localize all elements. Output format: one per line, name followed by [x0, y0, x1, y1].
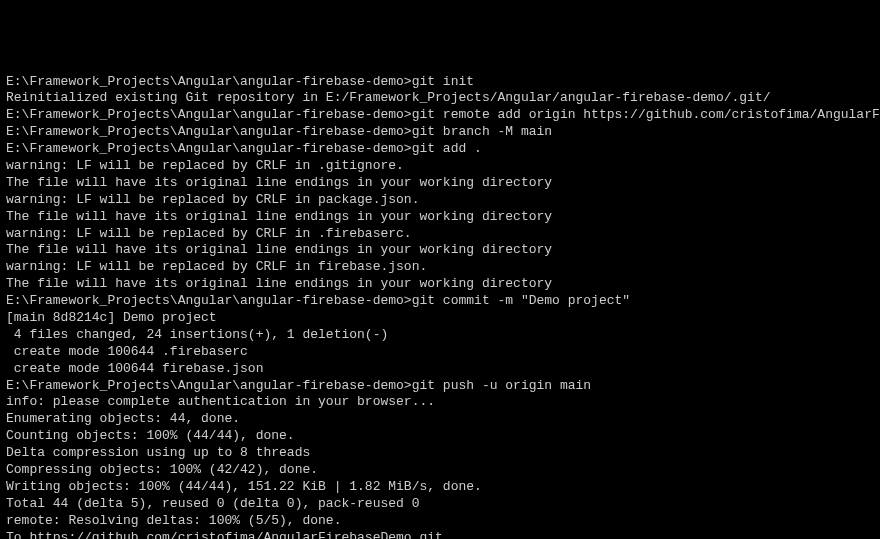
terminal-line: remote: Resolving deltas: 100% (5/5), do…: [6, 513, 874, 530]
terminal-line: E:\Framework_Projects\Angular\angular-fi…: [6, 293, 874, 310]
terminal-line: Reinitialized existing Git repository in…: [6, 90, 874, 107]
terminal-line: Total 44 (delta 5), reused 0 (delta 0), …: [6, 496, 874, 513]
terminal-line: Enumerating objects: 44, done.: [6, 411, 874, 428]
terminal-line: 4 files changed, 24 insertions(+), 1 del…: [6, 327, 874, 344]
terminal-line: warning: LF will be replaced by CRLF in …: [6, 158, 874, 175]
terminal-line: E:\Framework_Projects\Angular\angular-fi…: [6, 378, 874, 395]
terminal-line: The file will have its original line end…: [6, 242, 874, 259]
terminal-line: To https://github.com/cristofima/Angular…: [6, 530, 874, 539]
terminal-line: Compressing objects: 100% (42/42), done.: [6, 462, 874, 479]
terminal-line: The file will have its original line end…: [6, 175, 874, 192]
terminal-line: warning: LF will be replaced by CRLF in …: [6, 259, 874, 276]
terminal-line: Counting objects: 100% (44/44), done.: [6, 428, 874, 445]
terminal-line: create mode 100644 firebase.json: [6, 361, 874, 378]
terminal-line: warning: LF will be replaced by CRLF in …: [6, 226, 874, 243]
terminal-line: The file will have its original line end…: [6, 209, 874, 226]
terminal-line: Writing objects: 100% (44/44), 151.22 Ki…: [6, 479, 874, 496]
terminal-line: E:\Framework_Projects\Angular\angular-fi…: [6, 124, 874, 141]
terminal-line: E:\Framework_Projects\Angular\angular-fi…: [6, 141, 874, 158]
terminal-line: info: please complete authentication in …: [6, 394, 874, 411]
terminal-line: warning: LF will be replaced by CRLF in …: [6, 192, 874, 209]
terminal-line: The file will have its original line end…: [6, 276, 874, 293]
terminal-line: create mode 100644 .firebaserc: [6, 344, 874, 361]
terminal-line: E:\Framework_Projects\Angular\angular-fi…: [6, 74, 874, 91]
terminal-line: [main 8d8214c] Demo project: [6, 310, 874, 327]
terminal-output[interactable]: E:\Framework_Projects\Angular\angular-fi…: [6, 74, 874, 539]
terminal-line: E:\Framework_Projects\Angular\angular-fi…: [6, 107, 874, 124]
terminal-line: Delta compression using up to 8 threads: [6, 445, 874, 462]
